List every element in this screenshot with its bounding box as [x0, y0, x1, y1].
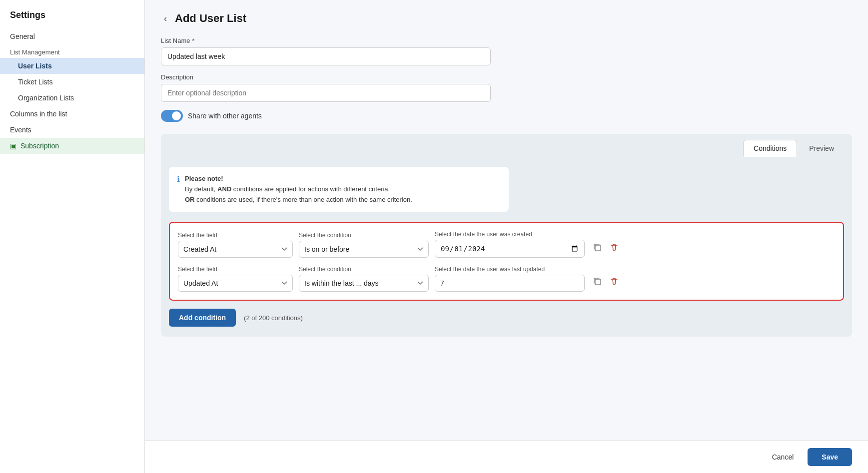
description-group: Description [161, 73, 852, 102]
sidebar-item-label: Ticket Lists [18, 78, 53, 86]
info-or: OR [185, 196, 195, 203]
sidebar-item-label: Subscription [20, 142, 59, 150]
bottom-bar: Cancel Save [145, 441, 868, 473]
info-title: Please note! [185, 175, 223, 182]
field-group-1: Select the field Created At [178, 232, 293, 258]
info-text: Please note! By default, AND conditions … [185, 174, 412, 205]
value-group-2: Select the date the user was last update… [435, 266, 585, 292]
action-icons-1 [591, 241, 621, 258]
sidebar-item-label: User Lists [18, 62, 52, 70]
sidebar-item-label: Columns in the list [10, 110, 67, 118]
content-panel: ℹ Please note! By default, AND condition… [161, 157, 852, 337]
svg-rect-0 [595, 245, 601, 251]
action-icons-2 [591, 275, 621, 292]
sidebar-item-label: Events [10, 126, 31, 134]
subscription-icon: ▣ [10, 142, 16, 150]
field-group-2: Select the field Updated At [178, 266, 293, 292]
cancel-button[interactable]: Cancel [764, 448, 802, 466]
page-title: Add User List [175, 12, 246, 25]
description-input[interactable] [161, 84, 491, 102]
field-label-1: Select the field [178, 232, 293, 239]
tab-conditions[interactable]: Conditions [743, 140, 797, 157]
condition-select-1[interactable]: Is on or before [299, 241, 429, 258]
condition-label-2: Select the condition [299, 266, 429, 273]
sidebar-item-label: General [10, 32, 35, 40]
condition-select-2[interactable]: Is within the last ... days [299, 275, 429, 292]
conditions-area: Select the field Created At Select the c… [169, 222, 844, 301]
condition-group-2: Select the condition Is within the last … [299, 266, 429, 292]
value-label-1: Select the date the user was created [435, 231, 585, 238]
condition-label-1: Select the condition [299, 232, 429, 239]
value-group-1: Select the date the user was created [435, 231, 585, 258]
delete-button-2[interactable] [608, 275, 621, 290]
condition-count: (2 of 200 conditions) [244, 314, 303, 322]
list-name-group: List Name * [161, 37, 852, 65]
sidebar-item-general[interactable]: General [0, 28, 144, 44]
value-input-1[interactable] [435, 240, 585, 258]
delete-button-1[interactable] [608, 241, 621, 256]
tabs-container: Conditions Preview [161, 134, 852, 157]
sidebar: Settings General List Management User Li… [0, 0, 145, 473]
share-label: Share with other agents [188, 112, 262, 120]
list-name-input[interactable] [161, 47, 491, 65]
list-name-label: List Name * [161, 37, 852, 44]
field-label-2: Select the field [178, 266, 293, 273]
sidebar-item-subscription[interactable]: ▣ Subscription [0, 138, 144, 154]
field-select-1[interactable]: Created At [178, 241, 293, 258]
share-toggle-row: Share with other agents [161, 110, 852, 122]
sidebar-title: Settings [0, 10, 144, 28]
condition-group-1: Select the condition Is on or before [299, 232, 429, 258]
back-button[interactable]: ‹ [161, 12, 170, 25]
save-button[interactable]: Save [808, 448, 852, 466]
copy-button-1[interactable] [591, 241, 604, 256]
info-and: AND [217, 185, 231, 193]
field-select-2[interactable]: Updated At [178, 275, 293, 292]
sidebar-item-organization-lists[interactable]: Organization Lists [0, 90, 144, 106]
condition-row-1: Select the field Created At Select the c… [178, 231, 835, 258]
tab-preview[interactable]: Preview [799, 140, 844, 157]
sidebar-item-user-lists[interactable]: User Lists [0, 58, 144, 74]
add-condition-button[interactable]: Add condition [169, 309, 236, 327]
sidebar-item-columns[interactable]: Columns in the list [0, 106, 144, 122]
sidebar-item-ticket-lists[interactable]: Ticket Lists [0, 74, 144, 90]
info-box: ℹ Please note! By default, AND condition… [169, 167, 509, 212]
condition-row-2: Select the field Updated At Select the c… [178, 266, 835, 292]
value-input-2[interactable] [435, 275, 585, 292]
sidebar-section-list-management: List Management [0, 44, 144, 58]
main-content: ‹ Add User List List Name * Description … [145, 0, 868, 473]
description-label: Description [161, 73, 852, 81]
sidebar-item-events[interactable]: Events [0, 122, 144, 138]
info-icon: ℹ [177, 174, 180, 184]
sidebar-item-label: Organization Lists [18, 94, 74, 102]
share-toggle[interactable] [161, 110, 183, 122]
svg-rect-1 [595, 279, 601, 285]
copy-button-2[interactable] [591, 275, 604, 290]
add-condition-row: Add condition (2 of 200 conditions) [169, 309, 844, 327]
page-header: ‹ Add User List [161, 12, 852, 25]
value-label-2: Select the date the user was last update… [435, 266, 585, 273]
